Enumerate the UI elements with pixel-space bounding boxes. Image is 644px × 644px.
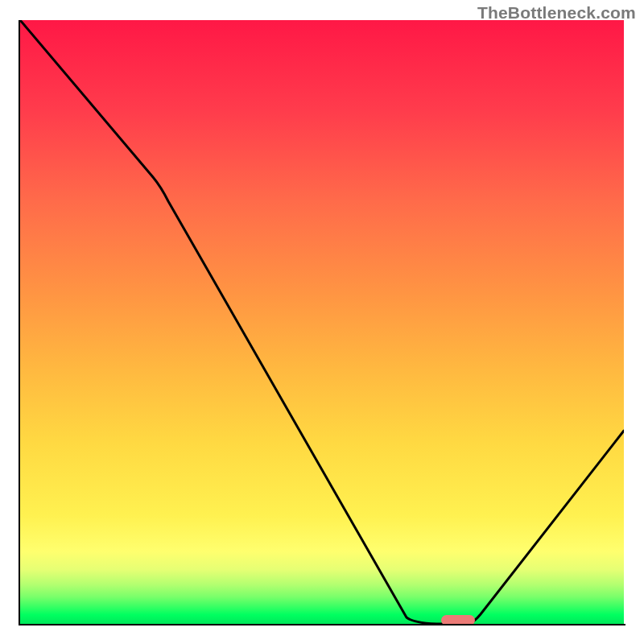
x-axis: [19, 624, 625, 625]
curve-svg: [20, 20, 624, 624]
attribution-text: TheBottleneck.com: [477, 3, 636, 23]
y-axis: [19, 20, 20, 625]
bottleneck-chart: TheBottleneck.com: [0, 0, 644, 644]
bottleneck-curve-path: [20, 20, 624, 624]
